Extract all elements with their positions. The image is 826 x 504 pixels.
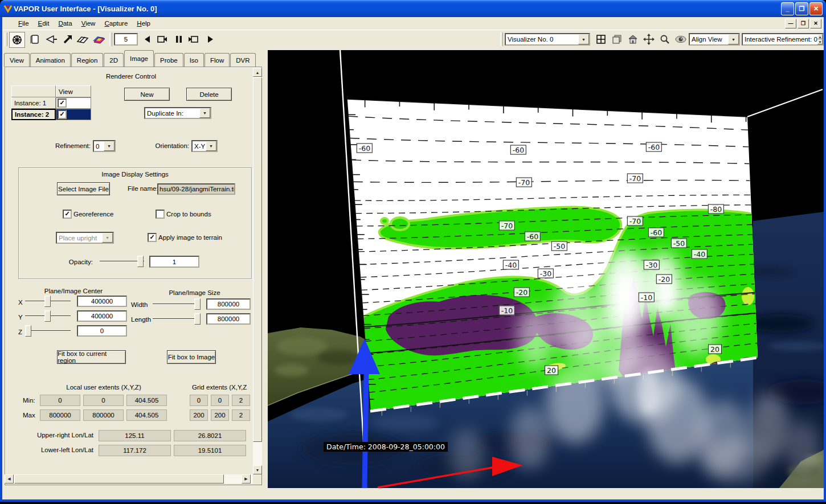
duplicate-in-select[interactable]: Duplicate In:▼ [144,107,211,119]
tab-dvr[interactable]: DVR [230,53,255,67]
minimize-button[interactable]: _ [781,2,794,15]
instance-2-view-checkbox[interactable]: ✓ [58,110,67,119]
home-icon[interactable] [625,32,640,47]
scroll-right-icon[interactable]: ▶ [242,474,251,483]
navigation-wheel-icon[interactable] [9,32,25,48]
opacity-field[interactable]: 1 [149,256,199,268]
set-home-icon[interactable] [641,32,656,47]
spin-down-icon[interactable]: ▼ [817,39,823,44]
tab-flow[interactable]: Flow [205,53,230,67]
refinement-select[interactable]: 0▼ [93,140,116,152]
plane-size-title: Plane/Image Size [148,289,242,296]
y-center-field[interactable]: 400000 [77,310,127,322]
play-icon[interactable] [203,32,218,47]
visualizer-canvas[interactable]: -60-60-60-70-70-80-70-70-60-60-50-50-40-… [268,50,824,488]
local-min-cells: 00404.505 [40,395,170,406]
x-slider[interactable] [25,296,71,307]
z-center-field[interactable]: 0 [77,325,127,337]
width-field[interactable]: 800000 [206,298,251,310]
pause-icon[interactable] [171,32,186,47]
toolbar-grip[interactable] [109,32,112,46]
y-label: Y [18,314,23,321]
select-image-file-button[interactable]: Select Image File [57,182,110,195]
fit-box-image-button[interactable]: Fit box to Image [167,350,216,364]
zoom-region-icon[interactable] [657,32,672,47]
apply-image-to-terrain-checkbox[interactable]: ✓ [148,233,157,242]
instance-1-view-checkbox[interactable]: ✓ [58,99,67,108]
opacity-slider[interactable] [100,256,144,267]
slider-thumb[interactable] [137,256,144,267]
frame-step-input[interactable]: 5 [114,33,138,46]
mdi-minimize-button[interactable]: — [785,19,796,28]
scroll-down-icon[interactable]: ▼ [253,465,262,474]
value-cell: 2 [232,409,250,421]
crop-to-bounds-checkbox[interactable] [156,210,165,219]
frame-forward-icon[interactable] [186,32,201,47]
value-cell: 19.5101 [174,445,246,456]
z-label: Z [18,329,22,335]
length-field[interactable]: 800000 [206,313,251,325]
delete-button[interactable]: Delete [186,88,232,101]
y-slider[interactable] [25,310,71,322]
instance-2-row-header[interactable]: Instance: 2 [11,109,56,120]
spin-up-icon[interactable]: ▲ [817,34,823,39]
georeference-checkbox[interactable]: ✓ [63,210,72,219]
tile-windows-icon[interactable] [594,32,608,47]
crop-to-bounds-label: Crop to bounds [166,211,211,218]
slider-thumb[interactable] [194,298,201,310]
vertical-scrollbar-thumb[interactable] [253,77,262,442]
menu-data[interactable]: Data [54,18,76,28]
close-button[interactable]: ✕ [809,2,823,15]
mdi-close-button[interactable]: ✕ [810,19,821,28]
menu-view[interactable]: View [77,18,100,28]
file-name-field[interactable]: hsu/09-28/jangmiTerrain.tiff [157,183,235,195]
x-center-field[interactable]: 400000 [77,296,127,307]
mdi-restore-button[interactable]: ❐ [798,19,809,28]
tab-animation[interactable]: Animation [30,53,71,67]
new-visualizer-icon[interactable] [610,32,624,47]
tab-iso[interactable]: Iso [184,53,204,67]
interactive-refinement-spinner[interactable]: Interactive Refinement: 0 ▲▼ [742,33,824,46]
width-slider[interactable] [153,298,201,310]
probe-plane-icon[interactable] [75,32,90,47]
scroll-left-icon[interactable]: ◀ [5,474,14,483]
fit-box-region-button[interactable]: Fit box to current region [57,350,126,364]
window-border-right [824,17,826,502]
menu-capture[interactable]: Capture [100,18,132,28]
tab-2d[interactable]: 2D [104,53,124,67]
slider-thumb[interactable] [44,310,51,322]
value-cell: 404.505 [126,409,167,421]
tab-region[interactable]: Region [71,53,103,67]
align-view-select[interactable]: Align View▼ [689,33,740,46]
view-all-eye-icon[interactable] [673,32,688,47]
title-bar[interactable]: VAPOR User Interface - [Visualizer No. 0… [0,0,826,17]
menu-file[interactable]: File [14,18,34,28]
slider-thumb[interactable] [194,313,201,325]
region-box-icon[interactable] [27,32,42,47]
rake-icon[interactable] [44,32,59,47]
tab-image[interactable]: Image [124,50,154,67]
length-slider[interactable] [153,313,201,325]
horizontal-scrollbar-thumb[interactable] [14,474,224,483]
instance-1-row-header[interactable]: Instance: 1 [11,97,56,109]
orientation-select[interactable]: X-Y▼ [191,140,218,152]
maximize-button[interactable]: ❐ [795,2,808,15]
frame-back-icon[interactable] [155,32,170,47]
orientation-label: Orientation: [152,142,189,149]
reverse-play-icon[interactable] [140,32,155,47]
view-column-header[interactable]: View [56,85,91,97]
slider-thumb[interactable] [44,296,51,307]
scroll-up-icon[interactable]: ▲ [253,68,262,77]
toolbar-grip[interactable] [500,32,503,46]
z-slider[interactable] [25,325,71,337]
slider-thumb[interactable] [25,325,31,337]
translate-arrow-icon[interactable] [60,32,75,47]
menu-help[interactable]: Help [132,18,155,28]
tab-view[interactable]: View [4,53,30,67]
toolbar-grip[interactable] [5,32,7,46]
image-plane-icon[interactable] [91,32,106,47]
visualizer-select[interactable]: Visualizer No. 0▼ [505,33,590,46]
menu-edit[interactable]: Edit [34,18,54,28]
new-button[interactable]: New [124,88,170,101]
tab-probe[interactable]: Probe [154,53,183,67]
